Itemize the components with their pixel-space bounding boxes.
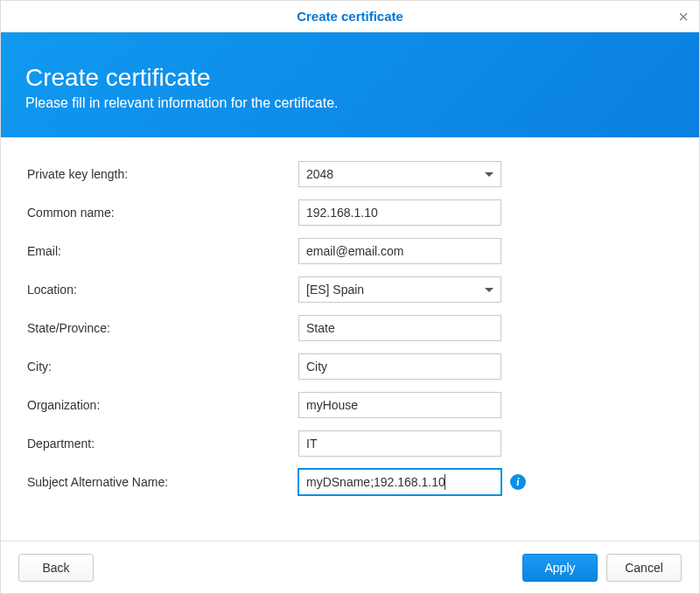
row-department: Department: bbox=[27, 430, 673, 458]
select-value-private-key-length: 2048 bbox=[306, 167, 333, 181]
form-area: Private key length: 2048 Common name: Em… bbox=[1, 137, 699, 541]
row-city: City: bbox=[27, 353, 673, 381]
label-organization: Organization: bbox=[27, 398, 298, 412]
input-state[interactable] bbox=[298, 315, 501, 341]
footer-right: Apply Cancel bbox=[522, 554, 682, 582]
label-private-key-length: Private key length: bbox=[27, 167, 298, 181]
back-button[interactable]: Back bbox=[18, 554, 94, 582]
select-private-key-length[interactable]: 2048 bbox=[298, 161, 501, 187]
label-email: Email: bbox=[27, 244, 298, 258]
row-email: Email: bbox=[27, 237, 673, 265]
label-city: City: bbox=[27, 360, 298, 374]
select-value-location: [ES] Spain bbox=[306, 283, 364, 297]
label-department: Department: bbox=[27, 437, 298, 451]
input-city[interactable] bbox=[298, 353, 501, 380]
label-san: Subject Alternative Name: bbox=[27, 475, 298, 489]
input-email[interactable] bbox=[298, 238, 501, 264]
row-san: Subject Alternative Name: myDSname;192.1… bbox=[27, 468, 673, 496]
row-organization: Organization: bbox=[27, 391, 673, 419]
input-organization[interactable] bbox=[298, 392, 501, 418]
create-certificate-dialog: Create certificate × Create certificate … bbox=[0, 0, 700, 594]
info-icon[interactable]: i bbox=[510, 474, 526, 490]
row-common-name: Common name: bbox=[27, 199, 673, 227]
input-san[interactable]: myDSname;192.168.1.10 bbox=[298, 469, 501, 495]
titlebar-title: Create certificate bbox=[297, 9, 403, 24]
chevron-down-icon bbox=[485, 288, 494, 292]
banner: Create certificate Please fill in releva… bbox=[1, 32, 699, 137]
label-location: Location: bbox=[27, 283, 298, 297]
banner-title: Create certificate bbox=[25, 64, 675, 92]
input-department[interactable] bbox=[298, 430, 501, 457]
row-location: Location: [ES] Spain bbox=[27, 276, 673, 304]
cancel-button[interactable]: Cancel bbox=[606, 554, 682, 582]
titlebar: Create certificate × bbox=[1, 1, 699, 32]
row-private-key-length: Private key length: 2048 bbox=[27, 160, 673, 188]
apply-button[interactable]: Apply bbox=[522, 554, 598, 582]
banner-subtitle: Please fill in relevant information for … bbox=[25, 95, 675, 111]
row-state: State/Province: bbox=[27, 314, 673, 342]
input-common-name[interactable] bbox=[298, 199, 501, 226]
select-location[interactable]: [ES] Spain bbox=[298, 276, 501, 303]
san-value-text: myDSname;192.168.1.10 bbox=[306, 475, 445, 489]
chevron-down-icon bbox=[485, 172, 494, 177]
text-cursor bbox=[444, 474, 445, 490]
footer: Back Apply Cancel bbox=[1, 541, 699, 593]
label-common-name: Common name: bbox=[27, 206, 298, 220]
close-icon[interactable]: × bbox=[678, 8, 689, 25]
label-state: State/Province: bbox=[27, 321, 298, 335]
